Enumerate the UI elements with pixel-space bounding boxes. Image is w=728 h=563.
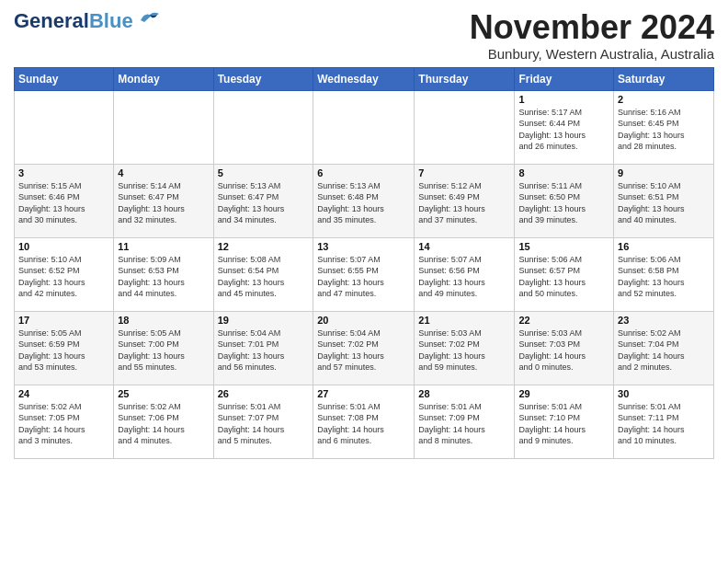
day-number: 18 bbox=[118, 315, 209, 326]
day-info: Sunrise: 5:02 AM Sunset: 7:04 PM Dayligh… bbox=[618, 327, 710, 373]
day-number: 26 bbox=[218, 388, 310, 399]
location-subtitle: Bunbury, Western Australia, Australia bbox=[470, 46, 714, 62]
calendar-cell: 12Sunrise: 5:08 AM Sunset: 6:54 PM Dayli… bbox=[213, 237, 313, 311]
day-number: 9 bbox=[618, 167, 710, 178]
day-number: 23 bbox=[618, 315, 710, 326]
calendar-cell: 25Sunrise: 5:02 AM Sunset: 7:06 PM Dayli… bbox=[114, 385, 213, 458]
day-number: 4 bbox=[118, 167, 209, 178]
day-number: 30 bbox=[618, 388, 710, 399]
day-number: 28 bbox=[418, 388, 510, 399]
day-number: 29 bbox=[518, 388, 609, 399]
day-info: Sunrise: 5:07 AM Sunset: 6:56 PM Dayligh… bbox=[418, 254, 510, 300]
calendar-cell: 20Sunrise: 5:04 AM Sunset: 7:02 PM Dayli… bbox=[313, 311, 415, 385]
day-info: Sunrise: 5:03 AM Sunset: 7:02 PM Dayligh… bbox=[418, 327, 510, 373]
day-number: 5 bbox=[218, 167, 310, 178]
calendar-cell: 23Sunrise: 5:02 AM Sunset: 7:04 PM Dayli… bbox=[614, 311, 714, 385]
calendar-cell: 19Sunrise: 5:04 AM Sunset: 7:01 PM Dayli… bbox=[213, 311, 313, 385]
day-number: 25 bbox=[118, 388, 209, 399]
weekday-header-thursday: Thursday bbox=[415, 67, 515, 90]
calendar-cell: 6Sunrise: 5:13 AM Sunset: 6:48 PM Daylig… bbox=[313, 164, 415, 237]
day-info: Sunrise: 5:15 AM Sunset: 6:46 PM Dayligh… bbox=[18, 180, 109, 226]
calendar-cell: 2Sunrise: 5:16 AM Sunset: 6:45 PM Daylig… bbox=[614, 90, 714, 164]
day-number: 20 bbox=[317, 315, 410, 326]
day-number: 15 bbox=[518, 241, 609, 252]
calendar-cell: 8Sunrise: 5:11 AM Sunset: 6:50 PM Daylig… bbox=[515, 164, 614, 237]
day-info: Sunrise: 5:02 AM Sunset: 7:05 PM Dayligh… bbox=[18, 401, 109, 447]
day-number: 14 bbox=[418, 241, 510, 252]
day-info: Sunrise: 5:01 AM Sunset: 7:09 PM Dayligh… bbox=[418, 401, 510, 447]
calendar-cell: 27Sunrise: 5:01 AM Sunset: 7:08 PM Dayli… bbox=[313, 385, 415, 458]
day-info: Sunrise: 5:11 AM Sunset: 6:50 PM Dayligh… bbox=[518, 180, 609, 226]
calendar-cell bbox=[313, 90, 415, 164]
calendar-cell bbox=[15, 90, 114, 164]
day-info: Sunrise: 5:17 AM Sunset: 6:44 PM Dayligh… bbox=[518, 107, 609, 153]
calendar-week-row: 17Sunrise: 5:05 AM Sunset: 6:59 PM Dayli… bbox=[15, 311, 714, 385]
day-number: 24 bbox=[18, 388, 109, 399]
day-info: Sunrise: 5:05 AM Sunset: 7:00 PM Dayligh… bbox=[118, 327, 209, 373]
day-number: 10 bbox=[18, 241, 109, 252]
calendar-cell: 29Sunrise: 5:01 AM Sunset: 7:10 PM Dayli… bbox=[515, 385, 614, 458]
day-number: 6 bbox=[317, 167, 410, 178]
weekday-header-friday: Friday bbox=[515, 67, 614, 90]
header-area: GeneralBlue November 2024 Bunbury, Weste… bbox=[14, 9, 714, 62]
day-info: Sunrise: 5:01 AM Sunset: 7:07 PM Dayligh… bbox=[218, 401, 310, 447]
day-info: Sunrise: 5:05 AM Sunset: 6:59 PM Dayligh… bbox=[18, 327, 109, 373]
calendar-cell: 11Sunrise: 5:09 AM Sunset: 6:53 PM Dayli… bbox=[114, 237, 213, 311]
calendar-cell: 3Sunrise: 5:15 AM Sunset: 6:46 PM Daylig… bbox=[15, 164, 114, 237]
calendar-cell: 1Sunrise: 5:17 AM Sunset: 6:44 PM Daylig… bbox=[515, 90, 614, 164]
calendar-cell: 17Sunrise: 5:05 AM Sunset: 6:59 PM Dayli… bbox=[15, 311, 114, 385]
weekday-header-tuesday: Tuesday bbox=[213, 67, 313, 90]
calendar-cell: 26Sunrise: 5:01 AM Sunset: 7:07 PM Dayli… bbox=[213, 385, 313, 458]
weekday-header-wednesday: Wednesday bbox=[313, 67, 415, 90]
calendar-cell: 10Sunrise: 5:10 AM Sunset: 6:52 PM Dayli… bbox=[15, 237, 114, 311]
day-info: Sunrise: 5:10 AM Sunset: 6:52 PM Dayligh… bbox=[18, 254, 109, 300]
day-info: Sunrise: 5:10 AM Sunset: 6:51 PM Dayligh… bbox=[618, 180, 710, 226]
logo-bird-icon bbox=[137, 9, 163, 29]
day-number: 11 bbox=[118, 241, 209, 252]
page: GeneralBlue November 2024 Bunbury, Weste… bbox=[0, 0, 728, 563]
calendar-cell bbox=[415, 90, 515, 164]
weekday-header-sunday: Sunday bbox=[15, 67, 114, 90]
day-info: Sunrise: 5:06 AM Sunset: 6:57 PM Dayligh… bbox=[518, 254, 609, 300]
day-info: Sunrise: 5:02 AM Sunset: 7:06 PM Dayligh… bbox=[118, 401, 209, 447]
calendar-cell: 14Sunrise: 5:07 AM Sunset: 6:56 PM Dayli… bbox=[415, 237, 515, 311]
day-info: Sunrise: 5:07 AM Sunset: 6:55 PM Dayligh… bbox=[317, 254, 410, 300]
day-info: Sunrise: 5:06 AM Sunset: 6:58 PM Dayligh… bbox=[618, 254, 710, 300]
day-number: 21 bbox=[418, 315, 510, 326]
calendar-cell: 5Sunrise: 5:13 AM Sunset: 6:47 PM Daylig… bbox=[213, 164, 313, 237]
day-info: Sunrise: 5:01 AM Sunset: 7:11 PM Dayligh… bbox=[618, 401, 710, 447]
month-year-title: November 2024 bbox=[470, 9, 714, 46]
logo: GeneralBlue bbox=[14, 9, 163, 33]
day-number: 22 bbox=[518, 315, 609, 326]
calendar-week-row: 24Sunrise: 5:02 AM Sunset: 7:05 PM Dayli… bbox=[15, 385, 714, 458]
day-number: 16 bbox=[618, 241, 710, 252]
calendar-cell: 13Sunrise: 5:07 AM Sunset: 6:55 PM Dayli… bbox=[313, 237, 415, 311]
day-number: 2 bbox=[618, 94, 710, 105]
day-info: Sunrise: 5:01 AM Sunset: 7:08 PM Dayligh… bbox=[317, 401, 410, 447]
logo-text: GeneralBlue bbox=[14, 9, 133, 33]
day-number: 17 bbox=[18, 315, 109, 326]
day-info: Sunrise: 5:04 AM Sunset: 7:01 PM Dayligh… bbox=[218, 327, 310, 373]
day-number: 1 bbox=[518, 94, 609, 105]
day-info: Sunrise: 5:03 AM Sunset: 7:03 PM Dayligh… bbox=[518, 327, 609, 373]
calendar-cell: 18Sunrise: 5:05 AM Sunset: 7:00 PM Dayli… bbox=[114, 311, 213, 385]
day-info: Sunrise: 5:14 AM Sunset: 6:47 PM Dayligh… bbox=[118, 180, 209, 226]
calendar-cell: 16Sunrise: 5:06 AM Sunset: 6:58 PM Dayli… bbox=[614, 237, 714, 311]
day-info: Sunrise: 5:01 AM Sunset: 7:10 PM Dayligh… bbox=[518, 401, 609, 447]
calendar-week-row: 3Sunrise: 5:15 AM Sunset: 6:46 PM Daylig… bbox=[15, 164, 714, 237]
calendar-table: SundayMondayTuesdayWednesdayThursdayFrid… bbox=[14, 67, 714, 459]
calendar-cell bbox=[114, 90, 213, 164]
calendar-cell: 4Sunrise: 5:14 AM Sunset: 6:47 PM Daylig… bbox=[114, 164, 213, 237]
day-info: Sunrise: 5:16 AM Sunset: 6:45 PM Dayligh… bbox=[618, 107, 710, 153]
calendar-week-row: 1Sunrise: 5:17 AM Sunset: 6:44 PM Daylig… bbox=[15, 90, 714, 164]
calendar-cell: 22Sunrise: 5:03 AM Sunset: 7:03 PM Dayli… bbox=[515, 311, 614, 385]
weekday-header-saturday: Saturday bbox=[614, 67, 714, 90]
day-info: Sunrise: 5:09 AM Sunset: 6:53 PM Dayligh… bbox=[118, 254, 209, 300]
calendar-cell: 28Sunrise: 5:01 AM Sunset: 7:09 PM Dayli… bbox=[415, 385, 515, 458]
day-info: Sunrise: 5:08 AM Sunset: 6:54 PM Dayligh… bbox=[218, 254, 310, 300]
day-info: Sunrise: 5:13 AM Sunset: 6:47 PM Dayligh… bbox=[218, 180, 310, 226]
day-info: Sunrise: 5:12 AM Sunset: 6:49 PM Dayligh… bbox=[418, 180, 510, 226]
day-number: 12 bbox=[218, 241, 310, 252]
day-number: 19 bbox=[218, 315, 310, 326]
day-number: 3 bbox=[18, 167, 109, 178]
